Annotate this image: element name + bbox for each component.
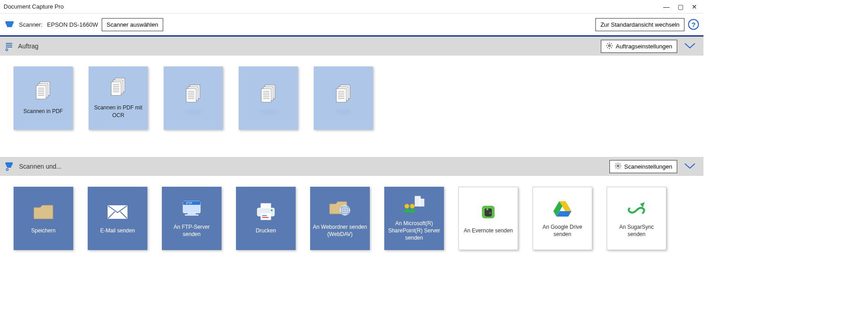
section-header-scan: Scannen und... Scaneinstellungen xyxy=(0,157,703,176)
job-tile-label xyxy=(336,111,351,113)
chevron-down-icon[interactable] xyxy=(681,161,699,172)
svg-rect-61 xyxy=(262,215,267,216)
jobs-section-title: Auftrag xyxy=(18,43,38,50)
webdav-icon xyxy=(329,199,351,218)
job-settings-label: Auftragseinstellungen xyxy=(616,43,672,50)
job-tile-label: Scannen in PDF xyxy=(20,108,66,115)
maximize-icon[interactable]: ▢ xyxy=(678,3,684,10)
scan-section-icon xyxy=(5,161,15,171)
destination-tile-label: Speichern xyxy=(28,227,58,234)
destination-tile-label: Drucken xyxy=(253,227,279,234)
destination-tile-label: An Google Drive senden xyxy=(533,223,592,238)
gdrive-icon xyxy=(553,199,571,218)
gear-icon xyxy=(606,42,613,51)
job-tile[interactable] xyxy=(239,66,298,130)
destinations-row: SpeichernE-Mail sendenFTPAn FTP-Server s… xyxy=(0,176,703,261)
svg-rect-47 xyxy=(5,162,13,165)
job-tile[interactable] xyxy=(314,66,373,130)
sharepoint-icon xyxy=(402,195,426,214)
svg-rect-33 xyxy=(261,89,271,102)
job-tile[interactable]: Scannen in PDF mit OCR xyxy=(89,66,148,130)
titlebar-controls: — ▢ ✕ xyxy=(663,3,700,10)
svg-rect-25 xyxy=(186,89,196,102)
destination-tile-label: E-Mail senden xyxy=(98,227,138,234)
scan-settings-label: Scaneinstellungen xyxy=(624,163,672,170)
svg-point-70 xyxy=(405,204,409,208)
svg-rect-1 xyxy=(6,43,12,44)
toolbar: Scanner: EPSON DS-1660W Scanner auswähle… xyxy=(0,14,703,35)
jobs-row: Scannen in PDF Scannen in PDF mit OCR xyxy=(0,56,703,157)
svg-rect-69 xyxy=(420,199,424,206)
switch-view-button[interactable]: Zur Standardansicht wechseln xyxy=(595,18,684,31)
job-settings-button[interactable]: Auftragseinstellungen xyxy=(601,40,677,53)
destination-tile[interactable]: Drucken xyxy=(236,187,296,250)
destination-tile[interactable]: FTPAn FTP-Server senden xyxy=(162,187,222,250)
destination-tile[interactable]: An Evernote senden xyxy=(458,187,518,250)
sugarsync-icon xyxy=(627,199,646,218)
svg-text:FTP: FTP xyxy=(186,202,193,205)
job-tile[interactable] xyxy=(164,66,223,130)
destination-tile-label: An SugarSync senden xyxy=(607,223,666,238)
destination-tile[interactable]: An Microsoft(R) SharePoint(R) Server sen… xyxy=(384,187,444,250)
scanner-label: Scanner: xyxy=(19,21,42,28)
titlebar: Document Capture Pro — ▢ ✕ xyxy=(0,0,703,14)
destination-tile[interactable]: Speichern xyxy=(14,187,73,250)
jobs-section-icon xyxy=(5,41,14,51)
destination-tile-label: An Evernote senden xyxy=(461,227,516,234)
evernote-icon xyxy=(480,203,496,222)
destination-tile-label: An Microsoft(R) SharePoint(R) Server sen… xyxy=(384,220,444,242)
svg-rect-57 xyxy=(261,203,271,208)
job-tile-label: Scannen in PDF mit OCR xyxy=(89,104,148,118)
svg-point-50 xyxy=(617,165,619,167)
svg-rect-17 xyxy=(111,82,121,95)
document-stack-icon xyxy=(335,84,353,105)
svg-rect-3 xyxy=(6,47,12,47)
svg-point-60 xyxy=(271,209,273,211)
destination-tile-label: An FTP-Server senden xyxy=(162,223,222,238)
document-stack-icon xyxy=(34,81,52,102)
job-tile[interactable]: Scannen in PDF xyxy=(14,66,73,130)
minimize-icon[interactable]: — xyxy=(663,3,670,10)
section-header-jobs: Auftrag Auftragseinstellungen xyxy=(0,37,703,56)
mail-icon xyxy=(108,203,127,222)
svg-rect-41 xyxy=(336,89,346,102)
folder-icon xyxy=(33,203,54,222)
svg-rect-56 xyxy=(185,214,198,216)
svg-rect-2 xyxy=(6,45,12,46)
gear-icon xyxy=(614,162,622,171)
svg-rect-9 xyxy=(36,85,46,99)
select-scanner-button[interactable]: Scanner auswählen xyxy=(102,18,163,31)
destination-tile[interactable]: An Webordner senden (WebDAV) xyxy=(310,187,370,250)
chevron-down-icon[interactable] xyxy=(681,40,699,52)
svg-point-71 xyxy=(410,204,415,208)
svg-rect-59 xyxy=(261,213,271,220)
close-icon[interactable]: ✕ xyxy=(692,3,697,10)
destination-tile[interactable]: An SugarSync senden xyxy=(607,187,666,250)
help-icon[interactable]: ? xyxy=(688,19,699,30)
destination-tile[interactable]: An Google Drive senden xyxy=(533,187,592,250)
svg-rect-62 xyxy=(262,217,269,218)
scanner-icon xyxy=(5,19,14,29)
svg-point-6 xyxy=(609,45,610,47)
window-title: Document Capture Pro xyxy=(4,3,663,10)
document-stack-icon xyxy=(184,84,203,105)
printer-icon xyxy=(255,203,276,222)
document-stack-icon xyxy=(109,77,127,99)
scanner-name: EPSON DS-1660W xyxy=(47,21,98,28)
destination-tile-label: An Webordner senden (WebDAV) xyxy=(310,223,370,238)
job-tile-label xyxy=(261,111,276,113)
job-tile-label xyxy=(186,111,201,113)
ftp-icon: FTP xyxy=(180,199,203,218)
svg-rect-55 xyxy=(188,213,196,214)
svg-point-73 xyxy=(490,212,491,213)
document-stack-icon xyxy=(259,84,278,105)
scan-settings-button[interactable]: Scaneinstellungen xyxy=(609,160,677,173)
svg-rect-0 xyxy=(5,21,14,24)
destination-tile[interactable]: E-Mail senden xyxy=(88,187,147,250)
scan-section-title: Scannen und... xyxy=(19,163,61,170)
